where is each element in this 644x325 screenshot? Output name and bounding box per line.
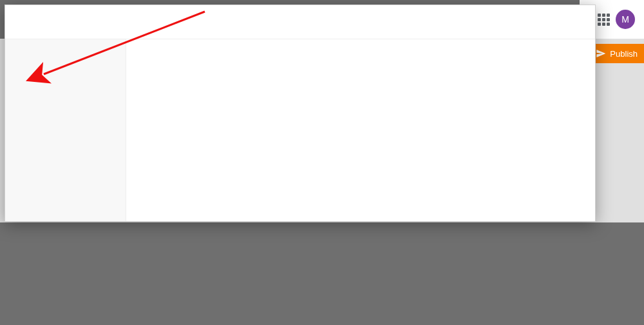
publish-button[interactable]: Publish — [591, 44, 644, 63]
editor-left-gutter — [5, 39, 126, 221]
editor-canvas[interactable] — [126, 39, 595, 221]
publish-label: Publish — [610, 49, 638, 59]
avatar[interactable]: M — [616, 10, 635, 29]
avatar-initial: M — [621, 14, 629, 25]
background-dark — [0, 222, 644, 325]
apps-grid-icon[interactable] — [598, 14, 609, 25]
send-icon — [596, 48, 606, 59]
editor-modal: Title A TT Normal — [5, 5, 596, 222]
editor-body — [5, 5, 595, 221]
